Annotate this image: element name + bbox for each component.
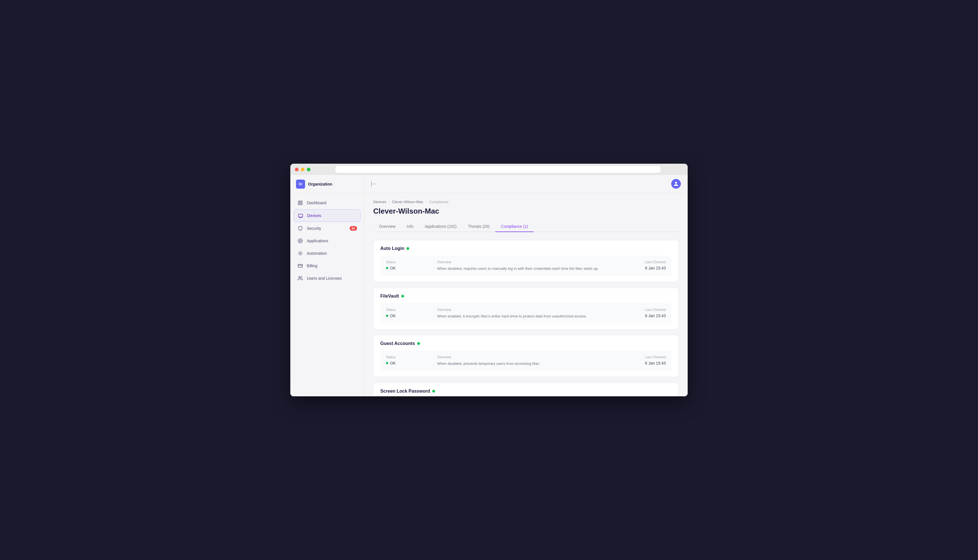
org-name: Organization	[308, 182, 332, 187]
svg-rect-4	[299, 214, 303, 217]
automation-icon	[297, 250, 304, 257]
breadcrumb-current: Compliance	[429, 200, 449, 204]
status-dot-filevault	[401, 295, 404, 298]
sidebar-item-users-licenses[interactable]: Users and Licenses	[294, 272, 360, 284]
status-value: OK	[386, 313, 437, 318]
tab-info[interactable]: Info	[401, 221, 419, 232]
org-initial: Or	[299, 182, 302, 186]
top-bar: |←	[364, 175, 688, 193]
section-title-auto-login: Auto Login	[380, 246, 671, 251]
breadcrumb: Devices › Clever-Wilson-Mac › Compliance	[373, 200, 679, 204]
overview-text: When enabled, it encrypts Mac's entire h…	[437, 313, 615, 319]
status-col: Status OK	[386, 260, 437, 272]
svg-point-5	[298, 239, 302, 243]
browser-chrome	[290, 164, 688, 175]
overview-col: Overview When enabled, it encrypts Mac's…	[437, 308, 615, 319]
sidebar-item-label: Billing	[307, 263, 317, 268]
sidebar-nav: Dashboard Devices	[290, 193, 364, 288]
last-checked-col: Last Checked 6 Jan 15:43	[615, 355, 666, 367]
status-value: OK	[386, 361, 437, 365]
tabs: Overview Info Applications (102) Threats…	[373, 221, 679, 232]
users-icon	[297, 275, 304, 282]
app-layout: Or Organization Dashboard	[290, 175, 688, 396]
svg-rect-3	[301, 203, 302, 205]
main-content: |← Devices › Clever-Wilson-Mac › Complia…	[364, 175, 688, 396]
sidebar-item-label: Devices	[307, 213, 321, 218]
section-title-filevault: FileVault	[380, 293, 671, 299]
security-badge: 60	[350, 226, 357, 231]
compliance-section-guest-accounts: Guest Accounts Status OK Overview	[373, 335, 679, 377]
browser-window: Or Organization Dashboard	[290, 164, 688, 396]
svg-rect-1	[301, 201, 302, 202]
status-col: Status OK	[386, 308, 437, 319]
collapse-sidebar-button[interactable]: |←	[371, 181, 377, 187]
dashboard-icon	[297, 200, 304, 206]
compliance-card-auto-login: Status OK Overview When disabled, requir…	[380, 256, 671, 276]
sidebar-item-label: Users and Licenses	[307, 276, 342, 280]
svg-point-7	[300, 253, 301, 254]
sidebar-item-security[interactable]: Security 60	[294, 222, 360, 234]
sidebar-item-label: Dashboard	[307, 200, 326, 205]
status-dot-guest-accounts	[417, 342, 420, 345]
security-icon	[297, 225, 304, 232]
compliance-section-filevault: FileVault Status OK Overview	[373, 288, 679, 330]
section-title-screen-lock: Screen Lock Password	[380, 388, 671, 394]
last-checked-col: Last Checked 6 Jan 15:43	[615, 260, 666, 272]
tab-applications[interactable]: Applications (102)	[419, 221, 462, 232]
tab-threats[interactable]: Threats (26)	[462, 221, 495, 232]
breadcrumb-device[interactable]: Clever-Wilson-Mac	[392, 200, 424, 204]
svg-point-6	[299, 240, 301, 242]
maximize-button[interactable]	[307, 168, 310, 172]
address-bar[interactable]	[335, 166, 661, 173]
overview-text: When disabled, requires users to manuall…	[437, 266, 615, 272]
svg-point-10	[299, 276, 300, 278]
close-button[interactable]	[295, 168, 299, 172]
overview-col: Overview When disabled, requires users t…	[437, 260, 615, 272]
compliance-section-auto-login: Auto Login Status OK Overview	[373, 240, 679, 282]
overview-text: When disabled, prevents temporary users …	[437, 361, 615, 367]
minimize-button[interactable]	[301, 168, 305, 172]
sidebar: Or Organization Dashboard	[290, 175, 364, 396]
page-title: Clever-Wilson-Mac	[373, 207, 679, 216]
sidebar-item-dashboard[interactable]: Dashboard	[294, 197, 360, 209]
sidebar-item-billing[interactable]: Billing	[294, 260, 360, 272]
org-avatar: Or	[296, 180, 305, 188]
section-title-guest-accounts: Guest Accounts	[380, 341, 671, 346]
status-dot-auto-login	[406, 247, 409, 250]
compliance-card-guest-accounts: Status OK Overview When disabled, preven…	[380, 351, 671, 371]
sidebar-item-automation[interactable]: Automation	[294, 247, 360, 259]
last-checked-col: Last Checked 6 Jan 15:43	[615, 308, 666, 319]
breadcrumb-devices[interactable]: Devices	[373, 200, 386, 204]
sidebar-item-label: Automation	[307, 251, 327, 256]
svg-rect-8	[298, 264, 302, 268]
sidebar-item-devices[interactable]: Devices	[294, 209, 360, 222]
sidebar-item-label: Applications	[307, 238, 328, 243]
tab-compliance[interactable]: Compliance (1)	[495, 221, 534, 232]
compliance-card-filevault: Status OK Overview When enabled, it encr…	[380, 303, 671, 324]
sidebar-item-applications[interactable]: Applications	[294, 235, 360, 247]
tab-overview[interactable]: Overview	[373, 221, 401, 232]
billing-icon	[297, 263, 304, 269]
last-checked-value: 6 Jan 15:43	[615, 361, 666, 365]
svg-rect-2	[298, 203, 300, 205]
compliance-section-screen-lock: Screen Lock Password Status OK Over	[373, 383, 679, 397]
content-area: Devices › Clever-Wilson-Mac › Compliance…	[364, 193, 688, 396]
applications-icon	[297, 238, 304, 244]
last-checked-value: 6 Jan 15:43	[615, 313, 666, 318]
status-value: OK	[386, 266, 437, 270]
devices-icon	[297, 212, 304, 219]
sidebar-item-label: Security	[307, 226, 321, 231]
last-checked-value: 6 Jan 15:43	[615, 266, 666, 270]
overview-col: Overview When disabled, prevents tempora…	[437, 355, 615, 367]
svg-rect-0	[298, 201, 300, 202]
status-dot-screen-lock	[432, 390, 435, 393]
user-avatar[interactable]	[671, 179, 681, 188]
org-header[interactable]: Or Organization	[290, 175, 364, 193]
status-col: Status OK	[386, 355, 437, 367]
